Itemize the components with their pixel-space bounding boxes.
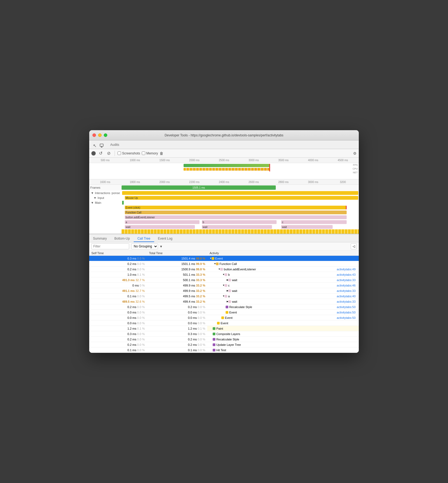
table-row[interactable]: 0.0 ms 0.0 %0.0 ms 0.0 % Event xyxy=(89,320,359,326)
table-row[interactable]: 0.2 ms 0.0 %0.2 ms 0.0 % Update Layer Tr… xyxy=(89,342,359,347)
expand-main[interactable]: ▼ xyxy=(91,201,94,204)
activity-link[interactable]: activitytabs:49 xyxy=(337,268,357,271)
main-indicator xyxy=(122,201,124,205)
grouping-select[interactable]: No Grouping xyxy=(131,243,158,249)
collapse-button[interactable]: ◁ xyxy=(351,243,357,249)
bottom-panel: SummaryBottom-UpCall TreeEvent Log No Gr… xyxy=(89,234,359,353)
wait2-bar[interactable]: wait xyxy=(202,225,272,229)
table-row[interactable]: 0.1 ms 0.0 %0.1 ms 0.0 % Hit Test xyxy=(89,347,359,353)
function-call-text: Function Call xyxy=(126,211,141,214)
svg-rect-1 xyxy=(101,147,102,147)
wait3-bar[interactable]: wait xyxy=(281,225,333,229)
table-header: Self Time Total Time Activity xyxy=(89,251,359,256)
cell-total-time: 0.3 ms 0.0 % xyxy=(147,331,207,337)
table-row[interactable]: 491.1 ms 32.7 %499.9 ms 33.2 %▶ waitacti… xyxy=(89,288,359,294)
ruler1-label: 500 ms xyxy=(90,159,120,162)
table-row[interactable]: 0.0 ms 0.0 %0.0 ms 0.0 % Eventactivityta… xyxy=(89,310,359,315)
close-button[interactable] xyxy=(92,133,96,137)
cell-activity: Update Layer Tree xyxy=(207,342,359,347)
bottom-tab-bottom-up[interactable]: Bottom-Up xyxy=(111,236,133,242)
table-row[interactable]: 491.3 ms 32.7 %500.1 ms 33.3 %▶ waitacti… xyxy=(89,277,359,283)
cell-total-time: 1501.1 ms 99.9 % xyxy=(147,261,207,267)
main-tabs: ↖ ElementsConsoleSourcesNetworkPerforman… xyxy=(89,140,359,149)
record-button[interactable] xyxy=(91,151,96,156)
cell-total-time: 0.2 ms 0.0 % xyxy=(147,304,207,310)
frames-value: 1505.1 ms xyxy=(192,186,205,189)
table-row[interactable]: 0.2 ms 0.0 %0.2 ms 0.0 % Recalculate Sty… xyxy=(89,304,359,310)
table-row[interactable]: 0.2 ms 0.0 %0.2 ms 0.0 % Recalculate Sty… xyxy=(89,337,359,342)
activity-link[interactable]: activitytabs:50 xyxy=(337,311,357,314)
table-scroll[interactable]: Self Time Total Time Activity 0.3 ms 0.0… xyxy=(89,251,359,353)
screenshots-checkbox-label[interactable]: Screenshots xyxy=(118,151,140,155)
ruler1-label: 3000 ms xyxy=(239,159,268,162)
controls-bar: ↺ ⊘ Screenshots Memory 🗑 ⚙ xyxy=(89,149,359,158)
titlebar: Developer Tools - https://googlechrome.g… xyxy=(89,130,359,140)
activity-link[interactable]: activitytabs:50 xyxy=(337,305,357,309)
bottom-tab-call-tree[interactable]: Call Tree xyxy=(134,236,154,242)
refresh-icon[interactable]: ↺ xyxy=(97,150,104,157)
table-row[interactable]: 1.2 ms 0.1 %1.2 ms 0.1 % Paint xyxy=(89,326,359,331)
main-indicator-area xyxy=(122,201,358,205)
bottom-tab-event-log[interactable]: Event Log xyxy=(154,236,176,242)
expand-interactions[interactable]: ▼ xyxy=(91,191,94,195)
minimize-button[interactable] xyxy=(98,133,102,137)
cell-self-time: 1.0 ms 0.1 % xyxy=(89,272,147,277)
cell-self-time: 0.1 ms 0.0 % xyxy=(89,294,147,299)
b-bar[interactable]: b xyxy=(202,220,277,224)
activity-link[interactable]: activitytabs:43 xyxy=(337,273,357,276)
fps-bar xyxy=(184,164,270,167)
settings-button[interactable]: ⚙ xyxy=(353,151,357,156)
cell-self-time: 0 ms 0 % xyxy=(89,283,147,288)
grouping-dropdown-icon[interactable]: ▾ xyxy=(160,244,162,249)
cell-self-time: 0.1 ms 0.0 % xyxy=(89,347,147,353)
cursor-icon[interactable]: ↖ xyxy=(91,142,98,149)
table-row[interactable]: 0.0 ms 0.0 %0.0 ms 0.0 % Eventactivityta… xyxy=(89,315,359,320)
cell-total-time: 499.9 ms 33.2 % xyxy=(147,288,207,294)
function-call-bar[interactable]: Function Call xyxy=(125,211,347,214)
activity-link[interactable]: activitytabs:33 xyxy=(337,278,357,282)
cell-total-time: 1501.4 ms 99.9 % xyxy=(147,256,207,261)
inspect-icon[interactable] xyxy=(98,142,105,149)
table-row[interactable]: 489.5 ms 32.6 %499.4 ms 33.2 %▶ waitacti… xyxy=(89,299,359,304)
table-row[interactable]: 0.3 ms 0.0 %0.3 ms 0.0 % Composite Layer… xyxy=(89,331,359,337)
activity-link[interactable]: activitytabs:40 xyxy=(337,295,357,298)
memory-checkbox-label[interactable]: Memory xyxy=(142,151,158,155)
activity-link[interactable]: activitytabs:46 xyxy=(337,284,357,287)
cell-total-time: 499.5 ms 33.2 % xyxy=(147,294,207,299)
ruler2-label: 2600 ms xyxy=(239,181,268,184)
cell-self-time: 0.2 ms 0.0 % xyxy=(89,342,147,347)
table-row[interactable]: 0.2 ms 0.0 %1501.1 ms 99.9 %▼ Function C… xyxy=(89,261,359,267)
filter-input[interactable] xyxy=(91,243,129,249)
table-row[interactable]: 0 ms 0 %499.9 ms 33.2 %▼ cactivitytabs:4… xyxy=(89,283,359,288)
table-row[interactable]: 0.2 ms 0.0 %1500.9 ms 99.8 %▼ button.add… xyxy=(89,267,359,272)
table-row[interactable]: 0.1 ms 0.0 %499.5 ms 33.2 %▼ aactivityta… xyxy=(89,294,359,299)
table-row[interactable]: 1.0 ms 0.1 %501.1 ms 33.3 %▼ bactivityta… xyxy=(89,272,359,277)
activity-link[interactable]: activitytabs:50 xyxy=(337,316,357,319)
function-call-bar-area: Function Call xyxy=(125,210,358,215)
c-bar[interactable]: c xyxy=(281,220,346,224)
screenshots-checkbox[interactable] xyxy=(118,151,121,155)
memory-checkbox[interactable] xyxy=(142,151,145,155)
activity-link[interactable]: activitytabs:33 xyxy=(337,300,357,303)
cell-self-time: 0.3 ms 0.0 % xyxy=(89,331,147,337)
wait1-bar[interactable]: wait xyxy=(125,225,195,229)
table-row[interactable]: 0.3 ms 0.0 %1501.4 ms 99.9 %▼ Event xyxy=(89,256,359,261)
cell-self-time: 0.0 ms 0.0 % xyxy=(89,315,147,320)
expand-input[interactable]: ▼ xyxy=(94,196,97,199)
bottom-tab-summary[interactable]: Summary xyxy=(89,236,111,242)
cell-self-time: 491.1 ms 32.7 % xyxy=(89,288,147,294)
stop-icon[interactable]: ⊘ xyxy=(105,150,112,157)
btn-listener-bar[interactable]: button.addEventListener xyxy=(125,215,347,219)
cell-total-time: 0.0 ms 0.0 % xyxy=(147,310,207,315)
cell-total-time: 499.4 ms 33.2 % xyxy=(147,299,207,304)
tab-audits[interactable]: Audits xyxy=(107,141,132,149)
maximize-button[interactable] xyxy=(104,133,107,137)
clear-button[interactable]: 🗑 xyxy=(160,151,163,156)
activity-link[interactable]: activitytabs:33 xyxy=(337,289,357,292)
ruler1-label: 2000 ms xyxy=(180,159,209,162)
event-click-bar[interactable]: Event (click) xyxy=(125,206,347,209)
ruler2-label: 3000 ms xyxy=(298,181,328,184)
frames-bar-area: 1505.1 ms xyxy=(122,185,359,190)
a-bar[interactable]: a xyxy=(125,220,199,224)
cell-self-time: 0.0 ms 0.0 % xyxy=(89,320,147,326)
